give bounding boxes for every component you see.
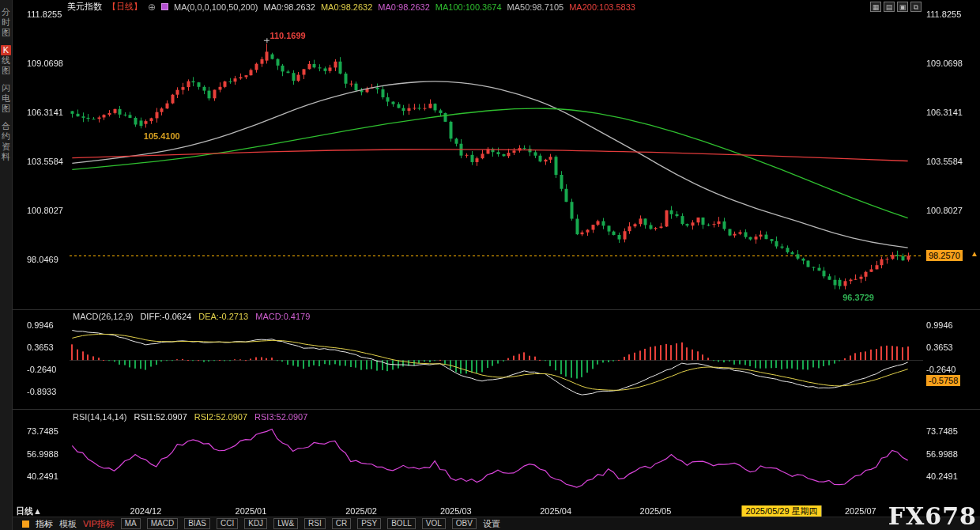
toolbar-item-macd[interactable]: MACD [147, 518, 178, 529]
ma-legend-icon[interactable] [161, 3, 168, 10]
toolbar-item-bias[interactable]: BIAS [184, 518, 210, 529]
toolbar-item-obv[interactable]: OBV [452, 518, 477, 529]
macd-value: MACD:0.4179 [255, 312, 310, 321]
price-chart-canvas[interactable] [0, 0, 980, 530]
toolbar-item-cci[interactable]: CCI [217, 518, 238, 529]
toolbar-item-vip-indicators[interactable]: VIP指标 [83, 518, 115, 530]
ma-value: MA100:100.3674 [435, 2, 502, 12]
sidebar-tab-lightning-chart[interactable]: 闪电图 [1, 83, 12, 114]
rsi-params: RSI(14,14,14) [73, 412, 126, 422]
sidebar-tab-contract-info[interactable]: 合约资料 [1, 121, 12, 162]
macd-params: MACD(26,12,9) [73, 312, 133, 321]
sidebar-tabs: 分时图K线图闪电图合约资料 [0, 0, 13, 530]
panel-divider [13, 309, 980, 310]
instrument-title: 美元指数 [67, 1, 102, 13]
toolbar-item-indicators[interactable]: 指标 [36, 518, 53, 530]
watermark: FX678 [888, 505, 977, 528]
ma-settings: MA(0,0,0,100,50,200) [174, 2, 258, 12]
chart-header: 美元指数 【日线】 ⊕ MA(0,0,0,100,50,200) MA0:98.… [13, 0, 980, 13]
toolbar-item-settings[interactable]: 设置 [483, 518, 500, 530]
macd-header: MACD(26,12,9)DIFF:-0.0624DEA:-0.2713MACD… [73, 312, 317, 321]
toolbar-item-boll[interactable]: BOLL [387, 518, 416, 529]
sidebar-tab-time-chart[interactable]: 分时图 [1, 7, 12, 38]
rsi-header: RSI(14,14,14)RSI1:52.0907RSI2:52.0907RSI… [73, 412, 315, 422]
ma-value: MA0:98.2632 [263, 2, 315, 12]
sidebar-tab-kline-chart[interactable]: K线图 [1, 45, 12, 76]
grid-layout-icon[interactable]: ▦ [870, 2, 881, 12]
rsi-value: RSI3:52.0907 [254, 412, 307, 422]
chart-window-icon[interactable]: ▣ [897, 2, 908, 12]
panel-divider [13, 409, 980, 410]
rsi-value: RSI2:52.0907 [194, 412, 247, 422]
chevron-up-icon: ▲ [33, 506, 42, 516]
toolbar-item-rsi[interactable]: RSI [304, 518, 326, 529]
plus-circle-icon[interactable]: ⊕ [148, 2, 156, 13]
period-tag[interactable]: 【日线】 [107, 1, 142, 13]
split-layout-icon[interactable]: ▤ [884, 2, 895, 12]
timeframe-text: 日线 [16, 506, 33, 516]
ma-value: MA0:98.2632 [378, 2, 429, 12]
ma-value: MA50:98.7105 [507, 2, 564, 12]
ma-value: MA200:103.5833 [569, 2, 635, 12]
toolbar-item-kdj[interactable]: KDJ [244, 518, 267, 529]
ma-value: MA0:98.2632 [321, 2, 372, 12]
indicator-icon [22, 521, 29, 528]
toolbar-item-cr[interactable]: CR [332, 518, 351, 529]
timeframe-label[interactable]: 日线▲ [16, 505, 42, 517]
toolbar-item-ma[interactable]: MA [121, 518, 141, 529]
macd-value: DIFF:-0.0624 [140, 312, 191, 321]
rsi-value: RSI1:52.0907 [134, 412, 187, 422]
toolbar-item-vol[interactable]: VOL [422, 518, 446, 529]
toolbar-item-psy[interactable]: PSY [357, 518, 381, 529]
x-axis: 日线▲ [13, 504, 980, 517]
toolbar-item-lwr[interactable]: LW& [273, 518, 298, 529]
ma-values: MA0:98.2632MA0:98.2632MA0:98.2632MA100:1… [263, 2, 640, 12]
expand-window-icon[interactable]: ⧉ [910, 2, 922, 12]
bottom-toolbar: 指标模板VIP指标MAMACDBIASCCIKDJLW&RSICRPSYBOLL… [13, 517, 980, 530]
toolbar-item-templates[interactable]: 模板 [59, 518, 77, 530]
window-controls: ▦▤▣⧉ [870, 2, 922, 12]
macd-value: DEA:-0.2713 [198, 312, 248, 321]
